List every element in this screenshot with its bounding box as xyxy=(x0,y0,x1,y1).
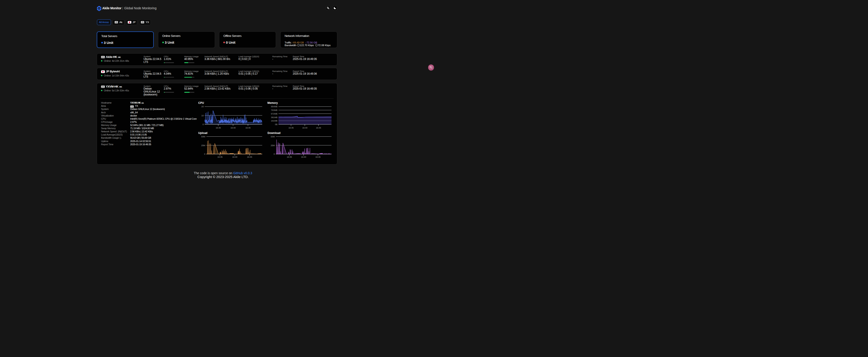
svg-text:16:45: 16:45 xyxy=(245,126,250,129)
svg-text:0: 0 xyxy=(202,123,204,125)
svg-text:20: 20 xyxy=(201,105,204,108)
svg-text:572MB: 572MB xyxy=(271,113,277,115)
svg-text:16:35: 16:35 xyxy=(288,126,293,129)
svg-text:25M: 25M xyxy=(271,144,275,147)
svg-text:16:40: 16:40 xyxy=(301,156,306,158)
svg-text:16:35: 16:35 xyxy=(216,126,221,129)
svg-text:CPU: CPU xyxy=(198,101,204,105)
svg-text:0: 0 xyxy=(274,153,275,155)
svg-text:10: 10 xyxy=(201,114,204,117)
svg-text:954MB: 954MB xyxy=(271,105,277,108)
svg-text:50M: 50M xyxy=(271,135,275,138)
svg-text:381MB: 381MB xyxy=(271,116,277,119)
svg-text:16:40: 16:40 xyxy=(232,156,237,158)
svg-text:763MB: 763MB xyxy=(271,109,277,111)
svg-text:25M: 25M xyxy=(201,144,205,147)
svg-text:16:35: 16:35 xyxy=(287,156,291,158)
svg-text:50M: 50M xyxy=(201,135,205,138)
svg-text:16:35: 16:35 xyxy=(217,156,222,158)
svg-text:16:45: 16:45 xyxy=(315,156,320,158)
svg-text:Memory: Memory xyxy=(268,101,278,105)
svg-text:16:40: 16:40 xyxy=(302,126,307,129)
svg-text:191MB: 191MB xyxy=(271,119,277,122)
svg-text:16:45: 16:45 xyxy=(316,126,321,129)
svg-text:16:40: 16:40 xyxy=(230,126,235,129)
svg-text:16:45: 16:45 xyxy=(247,156,252,158)
svg-text:0B: 0B xyxy=(275,123,277,125)
svg-text:0: 0 xyxy=(204,153,205,155)
svg-text:Upload: Upload xyxy=(198,131,208,135)
svg-text:Download: Download xyxy=(268,131,280,135)
